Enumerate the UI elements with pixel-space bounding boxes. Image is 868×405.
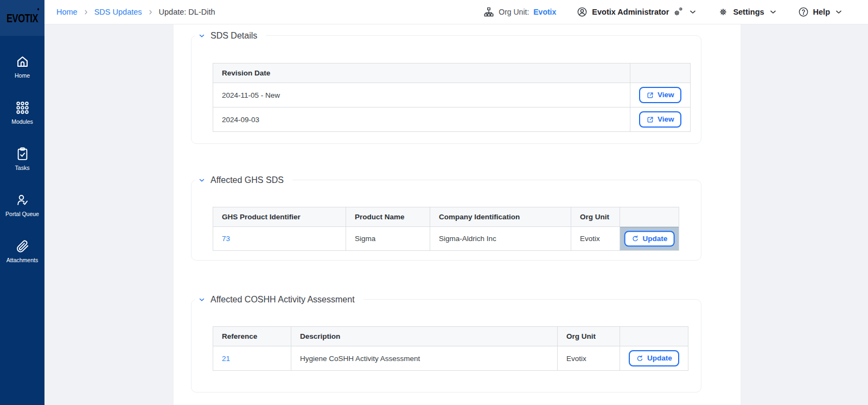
sidebar-item-label: Attachments	[7, 257, 38, 263]
sds-details-table: Revision Date 2024-11-05 - New View	[213, 63, 691, 132]
update-button[interactable]: Update	[629, 350, 679, 366]
cell-org-unit: Evotix	[558, 346, 620, 371]
sidebar-item-home[interactable]: Home	[0, 54, 44, 79]
section-title: Affected GHS SDS	[210, 175, 284, 185]
section-sds-details: SDS Details Revision Date 2024-11-05 - N…	[191, 35, 701, 144]
column-header-description: Description	[291, 327, 558, 346]
settings-label: Settings	[733, 8, 764, 16]
sidebar-item-label: Modules	[11, 118, 33, 125]
cell-reference: 21	[213, 346, 291, 371]
view-button-label: View	[658, 114, 674, 125]
column-header-reference: Reference	[213, 327, 291, 346]
chevron-right-icon	[147, 9, 154, 16]
modules-grid-icon	[15, 100, 30, 115]
external-link-icon	[646, 116, 654, 124]
table-row: 2024-09-03 View	[213, 107, 691, 132]
section-legend: Affected GHS SDS	[195, 174, 292, 186]
gear-icon	[718, 7, 729, 17]
user-menu[interactable]: Evotix Administrator	[577, 7, 697, 17]
org-hierarchy-icon	[483, 7, 494, 17]
page-content: SDS Details Revision Date 2024-11-05 - N…	[191, 24, 701, 393]
table-header-row: GHS Product Identifier Product Name Comp…	[213, 207, 679, 227]
sidebar-item-tasks[interactable]: Tasks	[0, 147, 44, 171]
chevron-down-icon[interactable]	[198, 176, 206, 184]
help-label: Help	[813, 8, 830, 16]
portal-queue-person-check-icon	[15, 193, 30, 207]
breadcrumb-sds-updates[interactable]: SDS Updates	[94, 8, 142, 16]
column-header-org-unit: Org Unit	[558, 327, 620, 346]
sidebar-item-label: Tasks	[15, 164, 30, 171]
right-gutter	[741, 24, 868, 405]
chevron-down-icon	[834, 8, 843, 16]
section-legend: SDS Details	[195, 30, 266, 42]
chevron-down-icon[interactable]	[198, 296, 206, 303]
update-button-label: Update	[643, 233, 668, 244]
org-unit-value-link[interactable]: Evotix	[533, 8, 556, 16]
home-icon	[15, 54, 30, 69]
chevron-right-icon	[82, 9, 90, 16]
table-row: 73 Sigma Sigma-Aldrich Inc Evotix Update	[213, 227, 679, 251]
paperclip-icon	[15, 239, 30, 254]
sidebar-item-modules[interactable]: Modules	[0, 100, 44, 125]
settings-menu[interactable]: Settings	[718, 7, 777, 17]
column-header-actions	[620, 207, 679, 227]
view-button-label: View	[658, 90, 674, 100]
cell-company-identification: Sigma-Aldrich Inc	[430, 227, 571, 251]
table-row: 21 Hygiene CoSHH Activity Assessment Evo…	[213, 346, 688, 371]
affected-ghs-sds-table: GHS Product Identifier Product Name Comp…	[213, 207, 679, 251]
cell-product-name: Sigma	[346, 227, 430, 251]
cell-revision-date: 2024-09-03	[213, 107, 630, 132]
sidebar-nav: Home Modules Tasks Portal Queue Attachme…	[0, 36, 44, 263]
section-affected-ghs-sds: Affected GHS SDS GHS Product Identifier …	[191, 180, 701, 261]
table-header-row: Reference Description Org Unit	[213, 327, 688, 346]
update-button[interactable]: Update	[624, 231, 675, 247]
chevron-down-icon	[688, 8, 697, 16]
sidebar-item-portal-queue[interactable]: Portal Queue	[0, 193, 44, 217]
section-affected-coshh: Affected COSHH Activity Assessment Refer…	[191, 299, 701, 393]
view-button[interactable]: View	[639, 111, 681, 128]
breadcrumb-current: Update: DL-Dith	[159, 8, 215, 16]
reference-link[interactable]: 21	[222, 355, 230, 363]
cell-org-unit: Evotix	[571, 227, 620, 251]
help-menu[interactable]: Help	[798, 7, 843, 17]
gears-icon	[673, 7, 684, 17]
logo-dot	[37, 8, 40, 10]
view-button[interactable]: View	[639, 87, 681, 103]
user-avatar-icon	[577, 7, 588, 17]
cell-actions: Update	[620, 227, 679, 251]
column-header-actions	[620, 327, 688, 346]
section-title: Affected COSHH Activity Assessment	[210, 295, 355, 305]
section-title: SDS Details	[210, 31, 257, 41]
cell-actions: View	[630, 83, 691, 107]
cell-actions: View	[630, 107, 691, 132]
breadcrumb: Home SDS Updates Update: DL-Dith	[56, 8, 215, 16]
left-gutter	[44, 24, 174, 405]
refresh-icon	[631, 235, 640, 243]
main-area: SDS Details Revision Date 2024-11-05 - N…	[44, 24, 868, 405]
table-row: 2024-11-05 - New View	[213, 83, 691, 107]
sidebar: EVOTIX Home Modules Tasks Portal Queue	[0, 0, 44, 405]
column-header-revision-date: Revision Date	[213, 64, 630, 83]
breadcrumb-home[interactable]: Home	[56, 8, 78, 16]
chevron-down-icon[interactable]	[198, 32, 206, 40]
user-name: Evotix Administrator	[592, 8, 669, 16]
logo-text: EVOTIX	[7, 11, 38, 24]
affected-coshh-table: Reference Description Org Unit 21 Hygien…	[213, 326, 688, 371]
tasks-clipboard-icon	[15, 147, 30, 161]
column-header-org-unit: Org Unit	[571, 207, 620, 227]
sidebar-item-attachments[interactable]: Attachments	[0, 239, 44, 263]
column-header-ghs-product-identifier: GHS Product Identifier	[213, 207, 346, 227]
evotix-logo: EVOTIX	[0, 0, 44, 36]
org-unit-group: Org Unit: Evotix	[483, 7, 556, 17]
cell-actions: Update	[620, 346, 688, 371]
ghs-product-identifier-link[interactable]: 73	[222, 235, 230, 243]
chevron-down-icon	[769, 8, 777, 16]
column-header-company-identification: Company Identification	[430, 207, 571, 227]
column-header-actions	[630, 64, 691, 83]
cell-description: Hygiene CoSHH Activity Assessment	[291, 346, 558, 371]
table-header-row: Revision Date	[213, 64, 691, 83]
org-unit-label: Org Unit:	[499, 8, 529, 16]
help-icon	[798, 7, 809, 17]
column-header-product-name: Product Name	[346, 207, 430, 227]
external-link-icon	[646, 91, 654, 99]
